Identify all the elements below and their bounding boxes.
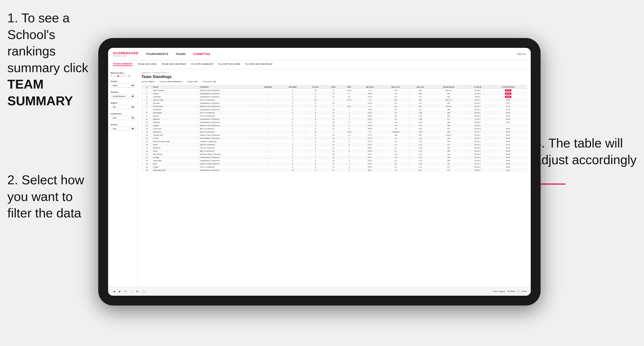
nav-tournaments[interactable]: TOURNAMENTS <box>146 52 168 55</box>
cell-school: California <box>152 146 199 150</box>
cell-adj-score: 276.3 <box>357 114 382 118</box>
cell-overall: 270 <box>432 169 465 172</box>
cell-avg-par: -5.1 <box>382 146 409 150</box>
cell-conf: Southeastern Conference <box>199 95 256 98</box>
cell-vs25: 33-25-2 <box>466 105 490 108</box>
cell-school: Alabama <box>152 118 199 121</box>
cell-overall: 260 <box>432 92 465 95</box>
table-row: 23 Texas A&M Southeastern Conference - 9… <box>142 159 527 162</box>
cell-adj-score: 277.6 <box>357 140 382 143</box>
col-school: School <box>152 85 199 89</box>
cell-reg-rank: - <box>256 130 280 134</box>
cell-conf-rank: 10 <box>280 169 305 172</box>
cell-vs25: 86-26-1 <box>466 114 490 118</box>
toolbar-clock[interactable]: 🕐 <box>141 290 146 293</box>
region-select[interactable]: N/A All <box>110 105 135 109</box>
instruction-3: 3. The table will adjust accordingly <box>534 135 637 168</box>
cell-rank: 10 <box>142 118 152 121</box>
cell-conf-rank: 6 <box>280 121 305 124</box>
nav-teams[interactable]: TEAMS <box>176 52 186 55</box>
cell-rnds: 27 <box>326 95 341 98</box>
toolbar-home[interactable]: ⌂ <box>130 290 133 293</box>
sub-nav-team-h2h-heatmap[interactable]: TEAM H2H HEATMAP <box>162 63 186 66</box>
cell-conf: Big Ten Conference <box>199 143 256 146</box>
cell-vs25: 117-4-0 <box>466 92 490 95</box>
cell-conf-rank: 3 <box>280 124 305 127</box>
cell-conf-rank: 1 <box>280 98 305 102</box>
cell-no-tour: 9 <box>306 127 326 130</box>
cell-conf: Pac-12 Conference <box>199 98 256 102</box>
toolbar-share-icon[interactable]: ⤴ <box>518 290 519 293</box>
cell-wins: 1 <box>341 102 357 105</box>
instruction-2: 2. Select how you want to filter the dat… <box>7 172 84 222</box>
sign-out-link[interactable]: Sign out <box>517 52 526 55</box>
cell-overall: 268 <box>432 124 465 127</box>
toolbar-forward[interactable]: ▶ <box>118 290 122 293</box>
cell-no-tour: 9 <box>306 137 326 140</box>
cell-wins: 274.2 <box>341 98 357 102</box>
col-vs25: Vs Top 25 <box>466 85 490 89</box>
cell-avg-par: 0.7 <box>382 150 409 153</box>
cell-wins: 0 <box>341 166 357 169</box>
cell-overall: 209 <box>432 95 465 98</box>
cell-wins: 3 <box>341 121 357 124</box>
toolbar-reload[interactable]: ↻ <box>124 290 128 293</box>
division-select[interactable]: NCAA Division I NCAA Division II NCAA Di… <box>110 94 135 98</box>
conference-label: Conference <box>110 113 135 115</box>
cell-vs25: 82-28-2 <box>466 121 490 124</box>
cell-rnds: 21 <box>326 166 341 169</box>
toolbar-view-label[interactable]: View: Original <box>493 290 505 293</box>
table-row: 21 New Mexico Mountain West Conference -… <box>142 153 527 156</box>
cell-reg-rank: - <box>256 156 280 159</box>
cell-vs25: 86-25-1 <box>466 111 490 114</box>
cell-avg-par: 2.70 <box>382 89 409 92</box>
cell-rank: 20 <box>142 150 152 153</box>
sub-nav-player-h2h-grid[interactable]: PLAYER H2H GRID <box>218 63 240 66</box>
sub-nav-player-summary[interactable]: PLAYER SUMMARY <box>191 63 214 66</box>
cell-rnds: 21 <box>326 156 341 159</box>
gender-label: Gender <box>110 80 135 82</box>
toolbar-back[interactable]: ◀ <box>112 290 116 293</box>
col-reg-rank: Reg Rank <box>256 85 280 89</box>
cell-adj-score: 277.4 <box>357 134 382 137</box>
toolbar-watch[interactable]: 👁 Watch <box>508 290 516 293</box>
cell-no-tour: 8 <box>306 140 326 143</box>
slider[interactable] <box>112 76 127 76</box>
school-select[interactable]: (All) <box>110 127 135 131</box>
cell-school: Oregon <box>152 166 199 169</box>
nav-committee[interactable]: COMMITTEE <box>193 52 210 55</box>
cell-avg-par: -0.8 <box>382 153 409 156</box>
cell-avg-par: undefined <box>382 130 409 134</box>
conference-select[interactable]: (All) <box>110 116 135 120</box>
sub-nav-team-summary[interactable]: TEAM SUMMARY <box>113 63 133 66</box>
cell-conf-rank: 2 <box>280 95 305 98</box>
toolbar-view-section: View: Original 👁 Watch ⤴ Share <box>493 290 527 293</box>
cell-rank: 22 <box>142 156 152 159</box>
cell-conf: Southeastern Conference <box>199 118 256 121</box>
cell-wins: 6 <box>341 92 357 95</box>
conference-filter: Conference: All <box>202 80 216 83</box>
cell-rank: 19 <box>142 146 152 150</box>
cell-vs25: 97-21-1 <box>466 130 490 134</box>
sub-nav-team-h2h-grid[interactable]: TEAM H2H GRID <box>138 63 157 66</box>
cell-vs25: 83-15-0 <box>466 124 490 127</box>
cell-no-tour: 9 <box>306 92 326 95</box>
cell-avg-low: 1.28 <box>409 156 432 159</box>
table-row: 3 Vanderbilt Southeastern Conference - 2… <box>142 95 527 98</box>
cell-conf-rank: 4 <box>280 108 305 111</box>
cell-vs25: 87-21-2 <box>466 140 490 143</box>
toolbar-grid[interactable]: ⊞ <box>135 290 139 293</box>
cell-conf-rank: 2 <box>280 105 305 108</box>
gender-select[interactable]: Men's Women's <box>110 83 135 88</box>
cell-conf: Big 12 Conference <box>199 130 256 134</box>
cell-overall: 266 <box>432 156 465 159</box>
sub-nav-player-h2h-heatmap[interactable]: PLAYER H2H HEATMAP <box>245 63 273 66</box>
cell-school: Ole Miss <box>152 102 199 105</box>
toolbar-share-label[interactable]: Share <box>522 290 527 293</box>
cell-no-tour: 8 <box>306 114 326 118</box>
cell-school: North Carolina <box>152 89 199 92</box>
cell-school: Arkansas <box>152 121 199 124</box>
cell-adj-score: 277.0 <box>357 121 382 124</box>
cell-avg-par: -1.4 <box>382 143 409 146</box>
table-row: 14 Oklahoma Big 12 Conference - 2 24 2 2… <box>142 130 527 134</box>
